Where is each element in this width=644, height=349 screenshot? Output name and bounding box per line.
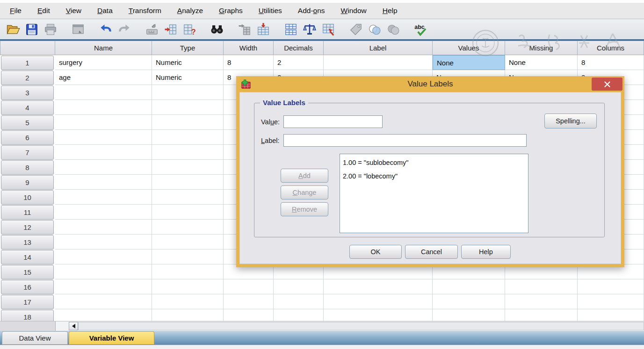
open-file-icon[interactable] — [5, 21, 21, 37]
menu-edit[interactable]: Edit — [29, 7, 58, 15]
redo-icon[interactable] — [116, 21, 132, 37]
insert-variable-icon[interactable] — [255, 21, 271, 37]
cell-type[interactable]: Numeric — [152, 55, 224, 70]
cell-name[interactable]: age — [55, 70, 152, 85]
cell-width[interactable] — [224, 294, 274, 309]
menu-file[interactable]: File — [2, 7, 29, 15]
cell-name[interactable] — [55, 190, 152, 205]
dialog-titlebar[interactable]: Value Labels — [236, 76, 624, 92]
cell-decimals[interactable] — [274, 309, 324, 321]
undo-icon[interactable] — [98, 21, 114, 37]
variables-icon[interactable]: ? — [181, 21, 197, 37]
cell-name[interactable] — [55, 309, 152, 321]
column-header-corner[interactable] — [0, 41, 55, 55]
column-header-width[interactable]: Width — [224, 41, 274, 55]
cell-type[interactable] — [152, 264, 224, 279]
value-labels-icon[interactable] — [348, 21, 364, 37]
cell-type[interactable] — [152, 145, 224, 160]
weight-cases-icon[interactable] — [302, 21, 318, 37]
cell-width[interactable] — [224, 279, 274, 294]
row-header[interactable]: 17 — [1, 295, 54, 309]
cell-label[interactable] — [324, 309, 433, 321]
menu-utilities[interactable]: Utilities — [251, 7, 290, 15]
recall-dialogs-icon[interactable] — [70, 21, 86, 37]
save-file-icon[interactable] — [24, 21, 40, 37]
column-header-missing[interactable]: Missing — [505, 41, 578, 55]
tab-data-view[interactable]: Data View — [2, 331, 68, 344]
cell-name[interactable]: surgery — [55, 55, 152, 70]
row-header[interactable]: 3 — [1, 85, 54, 100]
value-labels-list[interactable]: 1.00 = "sublobecomy"2.00 = "lobecomy" — [340, 154, 528, 233]
cell-name[interactable] — [55, 85, 152, 100]
cell-type[interactable] — [152, 249, 224, 264]
row-header[interactable]: 11 — [1, 205, 54, 220]
row-header[interactable]: 6 — [1, 130, 54, 145]
cell-missing[interactable] — [505, 294, 578, 309]
menu-transform[interactable]: Transform — [121, 7, 169, 15]
row-header[interactable]: 8 — [1, 160, 54, 175]
value-label-list-item[interactable]: 1.00 = "sublobecomy" — [343, 156, 528, 170]
cell-type[interactable] — [152, 175, 224, 190]
scrollbar-track[interactable] — [78, 322, 644, 330]
cell-values[interactable]: None — [433, 55, 505, 70]
cell-values[interactable] — [433, 309, 505, 321]
select-cases-icon[interactable] — [320, 21, 336, 37]
cell-decimals[interactable] — [274, 279, 324, 294]
cell-values[interactable] — [433, 294, 505, 309]
use-variable-sets-icon[interactable] — [367, 21, 383, 37]
cell-columns[interactable]: 8 — [578, 55, 644, 70]
cancel-button[interactable]: Cancel — [405, 245, 458, 259]
column-header-name[interactable]: Name — [55, 41, 152, 55]
change-button[interactable]: Change — [281, 185, 328, 199]
cell-label[interactable] — [324, 279, 433, 294]
menu-data[interactable]: Data — [89, 7, 121, 15]
close-icon[interactable] — [592, 78, 622, 91]
cell-width[interactable] — [224, 309, 274, 321]
cell-name[interactable] — [55, 100, 152, 115]
cell-type[interactable] — [152, 160, 224, 175]
goto-case-icon[interactable] — [144, 21, 160, 37]
cell-name[interactable] — [55, 115, 152, 130]
goto-variable-icon[interactable] — [163, 21, 179, 37]
menu-addons[interactable]: Add-ons — [290, 7, 333, 15]
cell-type[interactable]: Numeric — [152, 70, 224, 85]
cell-label[interactable] — [324, 55, 433, 70]
cell-type[interactable] — [152, 190, 224, 205]
column-header-label[interactable]: Label — [324, 41, 433, 55]
cell-type[interactable] — [152, 85, 224, 100]
cell-name[interactable] — [55, 279, 152, 294]
menu-analyze[interactable]: Analyze — [169, 7, 211, 15]
cell-name[interactable] — [55, 235, 152, 249]
show-all-variables-icon[interactable] — [385, 21, 401, 37]
cell-name[interactable] — [55, 249, 152, 264]
row-header[interactable]: 7 — [1, 145, 54, 160]
cell-name[interactable] — [55, 160, 152, 175]
insert-cases-icon[interactable] — [237, 21, 253, 37]
cell-type[interactable] — [152, 130, 224, 145]
cell-columns[interactable] — [578, 279, 644, 294]
cell-label[interactable] — [324, 294, 433, 309]
cell-name[interactable] — [55, 175, 152, 190]
remove-button[interactable]: Remove — [281, 202, 328, 216]
cell-name[interactable] — [55, 130, 152, 145]
cell-type[interactable] — [152, 205, 224, 220]
row-header[interactable]: 14 — [1, 250, 54, 264]
spelling-button[interactable]: Spelling... — [544, 114, 597, 128]
row-header[interactable]: 1 — [1, 56, 54, 70]
cell-columns[interactable] — [578, 294, 644, 309]
row-header[interactable]: 16 — [1, 280, 54, 294]
cell-name[interactable] — [55, 145, 152, 160]
cell-name[interactable] — [55, 264, 152, 279]
value-label-list-item[interactable]: 2.00 = "lobecomy" — [343, 170, 528, 183]
cell-type[interactable] — [152, 100, 224, 115]
ok-button[interactable]: OK — [349, 245, 402, 259]
help-button[interactable]: Help — [461, 245, 511, 259]
cell-columns[interactable] — [578, 309, 644, 321]
cell-missing[interactable] — [505, 309, 578, 321]
cell-name[interactable] — [55, 220, 152, 235]
tab-variable-view[interactable]: Variable View — [69, 331, 154, 344]
add-button[interactable]: Add — [281, 169, 328, 183]
column-header-columns[interactable]: Columns — [578, 41, 644, 55]
cell-values[interactable] — [433, 279, 505, 294]
row-header[interactable]: 2 — [1, 71, 54, 85]
